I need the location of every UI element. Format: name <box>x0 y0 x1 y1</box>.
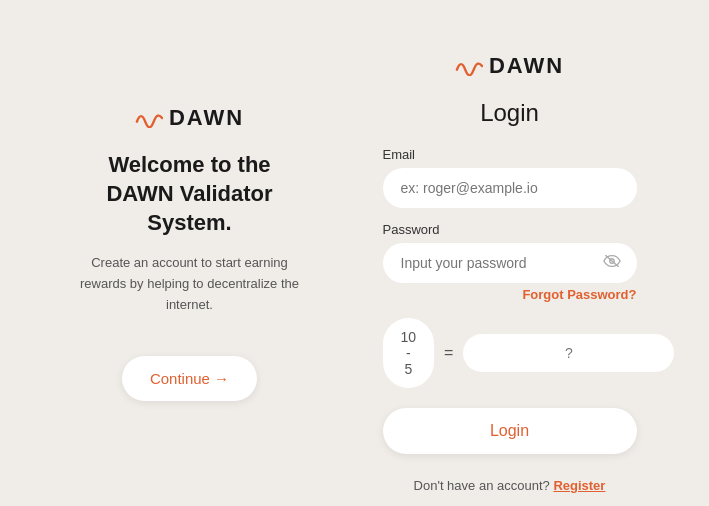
toggle-password-icon[interactable] <box>603 254 621 272</box>
logo-left: DAWN <box>135 105 244 131</box>
welcome-description: Create an account to start earning rewar… <box>73 253 307 315</box>
login-panel: DAWN Login Email Password Forgot Passwor… <box>355 23 665 483</box>
logo-text-right: DAWN <box>489 53 564 79</box>
register-prompt-row: Don't have an account? Register <box>414 478 606 493</box>
captcha-row: 10 - 5 = <box>383 318 637 388</box>
dawn-wave-icon-right <box>455 56 483 76</box>
dawn-wave-icon <box>135 108 163 128</box>
welcome-title: Welcome to the DAWN Validator System. <box>73 151 307 237</box>
email-label: Email <box>383 147 637 162</box>
captcha-expression: 10 - 5 <box>383 318 435 388</box>
password-wrapper <box>383 243 637 283</box>
login-button[interactable]: Login <box>383 408 637 454</box>
captcha-answer-input[interactable] <box>463 334 674 372</box>
logo-right: DAWN <box>455 53 564 79</box>
continue-button[interactable]: Continue → <box>122 356 257 401</box>
captcha-equals: = <box>444 344 453 362</box>
logo-text-left: DAWN <box>169 105 244 131</box>
password-input[interactable] <box>383 243 637 283</box>
register-link[interactable]: Register <box>553 478 605 493</box>
login-title: Login <box>383 99 637 127</box>
register-prompt-text: Don't have an account? <box>414 478 550 493</box>
welcome-panel: DAWN Welcome to the DAWN Validator Syste… <box>45 23 335 483</box>
password-label: Password <box>383 222 637 237</box>
email-input[interactable] <box>383 168 637 208</box>
forgot-password-link[interactable]: Forgot Password? <box>522 287 636 302</box>
